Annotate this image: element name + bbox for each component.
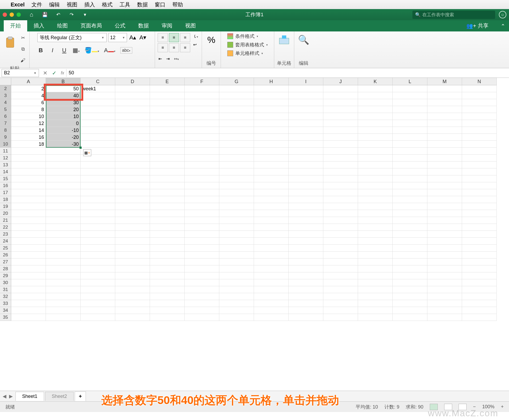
cell-F6[interactable]	[185, 113, 219, 120]
cell-D8[interactable]	[115, 127, 150, 134]
cell-J20[interactable]	[323, 210, 358, 217]
cell-L11[interactable]	[393, 148, 427, 155]
row-header-25[interactable]: 25	[0, 245, 11, 252]
cell-B9[interactable]: -20	[46, 134, 81, 141]
cell-B20[interactable]	[46, 210, 81, 217]
cell-H24[interactable]	[254, 238, 289, 245]
cell-C9[interactable]	[81, 134, 115, 141]
cell-I8[interactable]	[289, 127, 323, 134]
cell-L25[interactable]	[393, 245, 427, 252]
cell-G3[interactable]	[219, 92, 254, 99]
cell-J23[interactable]	[323, 231, 358, 238]
cell-H7[interactable]	[254, 120, 289, 127]
cell-M20[interactable]	[427, 210, 462, 217]
cell-I16[interactable]	[289, 182, 323, 189]
align-left-icon[interactable]: ≡	[158, 43, 168, 52]
cell-A9[interactable]: 16	[11, 134, 46, 141]
cell-F28[interactable]	[185, 265, 219, 272]
cell-B4[interactable]: 30	[46, 99, 81, 106]
cell-D26[interactable]	[115, 252, 150, 259]
cell-D28[interactable]	[115, 265, 150, 272]
cell-I25[interactable]	[289, 245, 323, 252]
cell-L24[interactable]	[393, 238, 427, 245]
cell-A34[interactable]	[11, 307, 46, 314]
cell-M7[interactable]	[427, 120, 462, 127]
cell-M11[interactable]	[427, 148, 462, 155]
cell-J29[interactable]	[323, 272, 358, 279]
cell-E14[interactable]	[150, 168, 185, 175]
row-header-35[interactable]: 35	[0, 314, 11, 321]
cell-E6[interactable]	[150, 113, 185, 120]
cell-K30[interactable]	[358, 279, 393, 286]
cell-H13[interactable]	[254, 161, 289, 168]
cell-K5[interactable]	[358, 106, 393, 113]
cell-J28[interactable]	[323, 265, 358, 272]
row-header-6[interactable]: 6	[0, 113, 11, 120]
cell-I23[interactable]	[289, 231, 323, 238]
cell-A30[interactable]	[11, 279, 46, 286]
cell-I15[interactable]	[289, 175, 323, 182]
cell-C21[interactable]	[81, 217, 115, 224]
cell-K23[interactable]	[358, 231, 393, 238]
cell-K25[interactable]	[358, 245, 393, 252]
menu-format[interactable]: 格式	[102, 1, 113, 8]
cell-B32[interactable]	[46, 293, 81, 300]
cell-E18[interactable]	[150, 196, 185, 203]
row-header-2[interactable]: 2	[0, 85, 11, 92]
cell-G8[interactable]	[219, 127, 254, 134]
cell-N7[interactable]	[462, 120, 497, 127]
cell-J14[interactable]	[323, 168, 358, 175]
insert-cells-icon[interactable]	[277, 33, 291, 46]
row-header-8[interactable]: 8	[0, 127, 11, 134]
row-header-34[interactable]: 34	[0, 307, 11, 314]
cell-L14[interactable]	[393, 168, 427, 175]
cell-B34[interactable]	[46, 307, 81, 314]
cell-N28[interactable]	[462, 265, 497, 272]
cell-B8[interactable]: -10	[46, 127, 81, 134]
cell-I6[interactable]	[289, 113, 323, 120]
cell-I10[interactable]	[289, 141, 323, 148]
cell-L22[interactable]	[393, 224, 427, 231]
cell-M33[interactable]	[427, 300, 462, 307]
cell-H18[interactable]	[254, 196, 289, 203]
row-header-14[interactable]: 14	[0, 168, 11, 175]
name-box[interactable]: B2▼	[2, 69, 39, 77]
zoom-in-button[interactable]: +	[501, 404, 504, 410]
cell-K19[interactable]	[358, 203, 393, 210]
cell-J18[interactable]	[323, 196, 358, 203]
cell-I35[interactable]	[289, 314, 323, 321]
cell-K29[interactable]	[358, 272, 393, 279]
cell-M16[interactable]	[427, 182, 462, 189]
cell-H12[interactable]	[254, 155, 289, 161]
cell-L33[interactable]	[393, 300, 427, 307]
cell-K12[interactable]	[358, 155, 393, 161]
cell-G13[interactable]	[219, 161, 254, 168]
cell-M17[interactable]	[427, 189, 462, 196]
cell-C3[interactable]	[81, 92, 115, 99]
col-header-K[interactable]: K	[358, 78, 393, 85]
cell-G19[interactable]	[219, 203, 254, 210]
cell-B27[interactable]	[46, 259, 81, 265]
tab-home[interactable]: 开始	[4, 20, 27, 31]
cell-B31[interactable]	[46, 286, 81, 293]
cell-L28[interactable]	[393, 265, 427, 272]
cell-N27[interactable]	[462, 259, 497, 265]
cell-E25[interactable]	[150, 245, 185, 252]
cell-D10[interactable]	[115, 141, 150, 148]
cell-F32[interactable]	[185, 293, 219, 300]
cell-I14[interactable]	[289, 168, 323, 175]
cell-D20[interactable]	[115, 210, 150, 217]
cell-B6[interactable]: 10	[46, 113, 81, 120]
cell-F7[interactable]	[185, 120, 219, 127]
cell-G16[interactable]	[219, 182, 254, 189]
cell-E9[interactable]	[150, 134, 185, 141]
cell-K35[interactable]	[358, 314, 393, 321]
cell-L35[interactable]	[393, 314, 427, 321]
cell-C13[interactable]	[81, 161, 115, 168]
cell-A5[interactable]: 8	[11, 106, 46, 113]
cell-C24[interactable]	[81, 238, 115, 245]
cell-L34[interactable]	[393, 307, 427, 314]
cell-J15[interactable]	[323, 175, 358, 182]
cell-G2[interactable]	[219, 85, 254, 92]
cell-F21[interactable]	[185, 217, 219, 224]
